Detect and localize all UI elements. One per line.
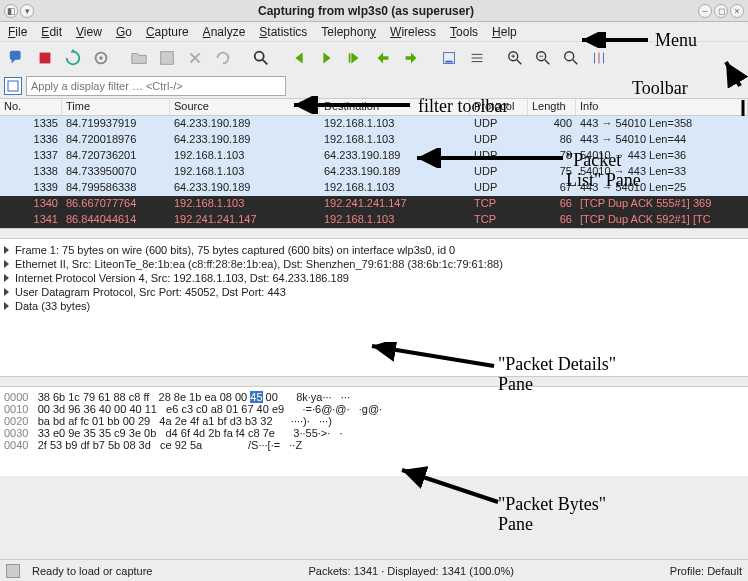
table-row[interactable]: 133584.71993791964.233.190.189192.168.1.…	[0, 116, 748, 132]
packet-list-header: No. Time Source Destination Protocol Len…	[0, 98, 748, 116]
packet-list-pane[interactable]: 133584.71993791964.233.190.189192.168.1.…	[0, 116, 748, 228]
menu-analyze[interactable]: Analyze	[203, 25, 246, 39]
svg-point-2	[99, 56, 103, 60]
tree-item[interactable]: Data (33 bytes)	[4, 299, 744, 313]
minimize-button[interactable]: –	[698, 4, 712, 18]
svg-rect-6	[349, 54, 351, 63]
close-button[interactable]: ×	[730, 4, 744, 18]
pane-splitter-1[interactable]	[0, 228, 748, 238]
status-left: Ready to load or capture	[32, 565, 152, 577]
expand-icon[interactable]	[4, 302, 9, 310]
go-first-button[interactable]	[370, 45, 396, 71]
menu-statistics[interactable]: Statistics	[259, 25, 307, 39]
statusbar: Ready to load or capture Packets: 1341 ·…	[0, 559, 748, 581]
hex-line[interactable]: 0040 2f 53 b9 df b7 5b 08 3d ce 92 5a /S…	[4, 439, 744, 451]
col-source[interactable]: Source	[170, 99, 320, 115]
svg-point-4	[255, 52, 264, 61]
expand-icon[interactable]	[4, 246, 9, 254]
svg-line-17	[545, 60, 550, 65]
app-icon-2: ▾	[20, 4, 34, 18]
table-row[interactable]: 134186.844044614192.241.241.147192.168.1…	[0, 212, 748, 228]
zoom-out-button[interactable]	[530, 45, 556, 71]
status-profile[interactable]: Profile: Default	[670, 565, 742, 577]
reload-button[interactable]	[210, 45, 236, 71]
menu-help[interactable]: Help	[492, 25, 517, 39]
svg-rect-0	[40, 53, 51, 64]
menu-file[interactable]: File	[8, 25, 27, 39]
menu-wireless[interactable]: Wireless	[390, 25, 436, 39]
tree-item[interactable]: Ethernet II, Src: LiteonTe_8e:1b:ea (c8:…	[4, 257, 744, 271]
table-row[interactable]: 133684.72001897664.233.190.189192.168.1.…	[0, 132, 748, 148]
col-time[interactable]: Time	[62, 99, 170, 115]
svg-line-5	[263, 60, 268, 65]
app-icon: ◧	[4, 4, 18, 18]
stop-capture-button[interactable]	[32, 45, 58, 71]
svg-rect-24	[8, 81, 18, 91]
go-to-packet-button[interactable]	[342, 45, 368, 71]
svg-line-13	[517, 60, 522, 65]
titlebar-left-icons: ◧ ▾	[4, 4, 34, 18]
resize-columns-button[interactable]	[586, 45, 612, 71]
restart-capture-button[interactable]	[60, 45, 86, 71]
go-last-button[interactable]	[398, 45, 424, 71]
table-row[interactable]: 133984.79958633864.233.190.189192.168.1.…	[0, 180, 748, 196]
hex-line[interactable]: 0010 00 3d 96 36 40 00 40 11 e6 c3 c0 a8…	[4, 403, 744, 415]
find-packet-button[interactable]	[248, 45, 274, 71]
svg-line-20	[573, 60, 578, 65]
col-destination[interactable]: Destination	[320, 99, 470, 115]
pane-splitter-2[interactable]	[0, 376, 748, 386]
annot-bytes: "Packet Bytes" Pane	[498, 494, 606, 534]
tree-item[interactable]: Internet Protocol Version 4, Src: 192.16…	[4, 271, 744, 285]
menubar: File Edit View Go Capture Analyze Statis…	[0, 22, 748, 42]
tree-item[interactable]: Frame 1: 75 bytes on wire (600 bits), 75…	[4, 243, 744, 257]
open-file-button[interactable]	[126, 45, 152, 71]
hex-line[interactable]: 0020 ba bd af fc 01 bb 00 29 4a 2e 4f a1…	[4, 415, 744, 427]
menu-capture[interactable]: Capture	[146, 25, 189, 39]
expand-icon[interactable]	[4, 260, 9, 268]
close-file-button[interactable]	[182, 45, 208, 71]
zoom-reset-button[interactable]	[558, 45, 584, 71]
table-row[interactable]: 134086.667077764192.168.1.103192.241.241…	[0, 196, 748, 212]
packet-details-pane[interactable]: Frame 1: 75 bytes on wire (600 bits), 75…	[0, 238, 748, 376]
capture-options-button[interactable]	[88, 45, 114, 71]
status-packets: Packets: 1341 · Displayed: 1341 (100.0%)	[164, 565, 657, 577]
start-capture-button[interactable]	[4, 45, 30, 71]
menu-tools[interactable]: Tools	[450, 25, 478, 39]
col-info[interactable]: Info	[576, 99, 748, 115]
col-length[interactable]: Length	[528, 99, 576, 115]
table-row[interactable]: 133884.733950070192.168.1.10364.233.190.…	[0, 164, 748, 180]
svg-rect-3	[161, 52, 174, 65]
hex-line[interactable]: 0000 38 6b 1c 79 61 88 c8 ff 28 8e 1b ea…	[4, 391, 744, 403]
col-protocol[interactable]: Protocol	[470, 99, 528, 115]
auto-scroll-button[interactable]	[436, 45, 462, 71]
window-title: Capturing from wlp3s0 (as superuser)	[34, 4, 698, 18]
table-row[interactable]: 133784.720736201192.168.1.10364.233.190.…	[0, 148, 748, 164]
main-toolbar	[0, 42, 748, 74]
tree-item[interactable]: User Datagram Protocol, Src Port: 45052,…	[4, 285, 744, 299]
menu-edit[interactable]: Edit	[41, 25, 62, 39]
svg-point-19	[565, 52, 574, 61]
menu-view[interactable]: View	[76, 25, 102, 39]
menu-go[interactable]: Go	[116, 25, 132, 39]
zoom-in-button[interactable]	[502, 45, 528, 71]
titlebar: ◧ ▾ Capturing from wlp3s0 (as superuser)…	[0, 0, 748, 22]
menu-telephony[interactable]: Telephony	[321, 25, 376, 39]
hex-line[interactable]: 0030 33 e0 9e 35 35 c9 3e 0b d4 6f 4d 2b…	[4, 427, 744, 439]
go-back-button[interactable]	[286, 45, 312, 71]
window-buttons: – ◻ ×	[698, 4, 744, 18]
expand-icon[interactable]	[4, 288, 9, 296]
expand-icon[interactable]	[4, 274, 9, 282]
go-forward-button[interactable]	[314, 45, 340, 71]
col-no[interactable]: No.	[0, 99, 62, 115]
filter-toolbar	[0, 74, 748, 98]
bookmark-filter-icon[interactable]	[4, 77, 22, 95]
colorize-button[interactable]	[464, 45, 490, 71]
display-filter-input[interactable]	[26, 76, 286, 96]
packet-bytes-pane[interactable]: 0000 38 6b 1c 79 61 88 c8 ff 28 8e 1b ea…	[0, 386, 748, 476]
save-file-button[interactable]	[154, 45, 180, 71]
maximize-button[interactable]: ◻	[714, 4, 728, 18]
expert-info-icon[interactable]	[6, 564, 20, 578]
